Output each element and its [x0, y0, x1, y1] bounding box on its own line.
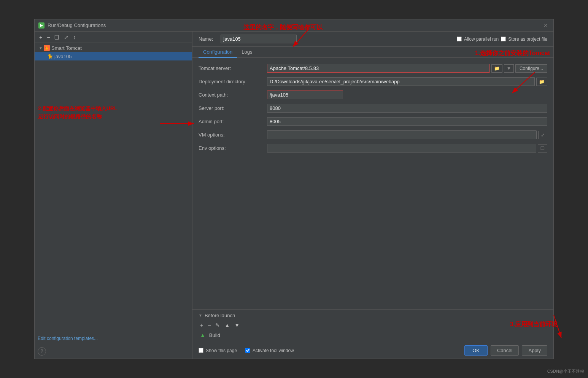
smart-tomcat-icon: 🐈 — [44, 45, 50, 51]
tab-configuration[interactable]: Configuration — [199, 47, 237, 58]
sort-config-button[interactable]: ↕ — [72, 33, 77, 41]
name-label: Name: — [199, 36, 213, 42]
activate-tool-label: Activate tool window — [253, 348, 294, 353]
options-row: Allow parallel run Store as project file — [457, 37, 547, 42]
before-down-button[interactable]: ▼ — [233, 321, 241, 329]
before-build-item: ▲ Build — [199, 331, 547, 339]
before-up-button[interactable]: ▲ — [223, 321, 231, 329]
env-options-row: Env options: ❏ — [199, 144, 547, 152]
activate-tool-checkbox[interactable] — [245, 348, 250, 353]
left-panel: + − ❏ ⤢ ↕ ▼ 🐈 Smart Tomcat 🐈 java105 — [35, 32, 192, 359]
move-config-button[interactable]: ⤢ — [62, 33, 70, 41]
tomcat-server-controls: 📁 ▼ Configure... — [267, 64, 547, 73]
allow-parallel-label: Allow parallel run — [464, 37, 499, 42]
show-page-checkbox[interactable] — [199, 348, 203, 353]
store-project-label: Store as project file — [508, 37, 547, 42]
deployment-dir-controls: 📁 — [267, 77, 547, 86]
right-panel: Name: Allow parallel run Store as projec… — [192, 32, 553, 359]
expand-arrow-icon: ▼ — [38, 45, 44, 51]
deployment-folder-button[interactable]: 📁 — [536, 78, 547, 86]
java105-icon: 🐈 — [47, 53, 53, 59]
bottom-bar: Show this page Activate tool window OK C… — [192, 342, 553, 359]
tomcat-server-input[interactable] — [267, 64, 490, 73]
tree-item-smart-tomcat[interactable]: ▼ 🐈 Smart Tomcat — [35, 44, 192, 52]
watermark: CSDN@小王不迷糊 — [547, 368, 584, 374]
copy-config-button[interactable]: ❏ — [53, 33, 61, 41]
name-row: Name: Allow parallel run Store as projec… — [192, 32, 553, 47]
vm-options-row: VM options: ⤢ — [199, 130, 547, 139]
close-button[interactable]: × — [542, 21, 550, 30]
before-launch-title: Before launch — [205, 313, 235, 318]
deployment-dir-input[interactable] — [267, 77, 535, 86]
tree-group-label: Smart Tomcat — [51, 45, 82, 51]
edit-templates-link[interactable]: Edit configuration templates... — [35, 333, 192, 344]
title-bar: ▶ Run/Debug Configurations × — [35, 19, 553, 32]
vm-options-label: VM options: — [199, 132, 267, 138]
tomcat-server-label: Tomcat server: — [199, 65, 267, 71]
run-debug-dialog: ▶ Run/Debug Configurations × + − ❏ ⤢ ↕ ▼… — [34, 19, 554, 359]
left-toolbar: + − ❏ ⤢ ↕ — [35, 32, 192, 43]
help-button[interactable]: ? — [38, 347, 46, 356]
show-page-label: Show this page — [206, 348, 237, 353]
context-path-row: Context path: — [199, 91, 547, 99]
dialog-title: Run/Debug Configurations — [48, 22, 106, 28]
build-label: Build — [209, 332, 220, 338]
name-input[interactable] — [221, 35, 297, 43]
server-port-input[interactable] — [267, 104, 547, 113]
configure-button[interactable]: Configure... — [515, 64, 547, 73]
apply-button[interactable]: Apply — [522, 345, 547, 356]
allow-parallel-checkbox[interactable] — [457, 37, 462, 41]
tomcat-folder-button[interactable]: 📁 — [491, 64, 502, 73]
env-options-copy-button[interactable]: ❏ — [538, 144, 547, 152]
env-options-input[interactable] — [267, 144, 536, 152]
before-launch-toolbar: + − ✎ ▲ ▼ — [199, 321, 547, 329]
tomcat-dropdown-button[interactable]: ▼ — [504, 64, 514, 73]
section-collapse-icon: ▼ — [199, 313, 202, 318]
deployment-dir-label: Deployment directory: — [199, 79, 267, 84]
server-port-row: Server port: — [199, 104, 547, 113]
tree-group-smart-tomcat: ▼ 🐈 Smart Tomcat 🐈 java105 — [35, 43, 192, 61]
tab-bar: Configuration Logs — [192, 47, 553, 58]
dialog-buttons: OK Cancel Apply — [464, 345, 547, 356]
tree-item-java105[interactable]: 🐈 java105 — [35, 52, 192, 60]
before-launch-header[interactable]: ▼ Before launch — [199, 313, 547, 318]
before-remove-button[interactable]: − — [206, 321, 212, 329]
admin-port-row: Admin port: — [199, 117, 547, 126]
env-options-controls: ❏ — [267, 144, 547, 152]
app-icon: ▶ — [38, 22, 44, 29]
context-path-input[interactable] — [267, 91, 343, 99]
show-page-row: Show this page Activate tool window — [199, 348, 460, 353]
tab-logs[interactable]: Logs — [237, 47, 257, 58]
before-launch-section: ▼ Before launch + − ✎ ▲ ▼ ▲ Build — [192, 309, 553, 342]
configuration-tab-content: Tomcat server: 📁 ▼ Configure... Deployme… — [192, 58, 553, 309]
tree-item-label: java105 — [54, 54, 72, 59]
vm-options-controls: ⤢ — [267, 130, 547, 139]
admin-port-input[interactable] — [267, 117, 547, 126]
cancel-button[interactable]: Cancel — [491, 345, 519, 356]
add-config-button[interactable]: + — [38, 33, 44, 41]
vm-options-input[interactable] — [267, 130, 537, 139]
before-edit-button[interactable]: ✎ — [214, 321, 221, 329]
build-icon: ▲ — [200, 332, 205, 338]
config-tree: ▼ 🐈 Smart Tomcat 🐈 java105 — [35, 43, 192, 333]
context-path-label: Context path: — [199, 92, 267, 98]
before-add-button[interactable]: + — [199, 321, 205, 329]
admin-port-label: Admin port: — [199, 119, 267, 124]
vm-options-expand-button[interactable]: ⤢ — [538, 131, 547, 139]
ok-button[interactable]: OK — [464, 345, 488, 356]
server-port-label: Server port: — [199, 105, 267, 111]
store-project-checkbox[interactable] — [501, 37, 506, 41]
dialog-body: + − ❏ ⤢ ↕ ▼ 🐈 Smart Tomcat 🐈 java105 — [35, 32, 553, 359]
remove-config-button[interactable]: − — [45, 33, 51, 41]
deployment-dir-row: Deployment directory: 📁 — [199, 77, 547, 86]
env-options-label: Env options: — [199, 145, 267, 151]
tomcat-server-row: Tomcat server: 📁 ▼ Configure... — [199, 64, 547, 73]
